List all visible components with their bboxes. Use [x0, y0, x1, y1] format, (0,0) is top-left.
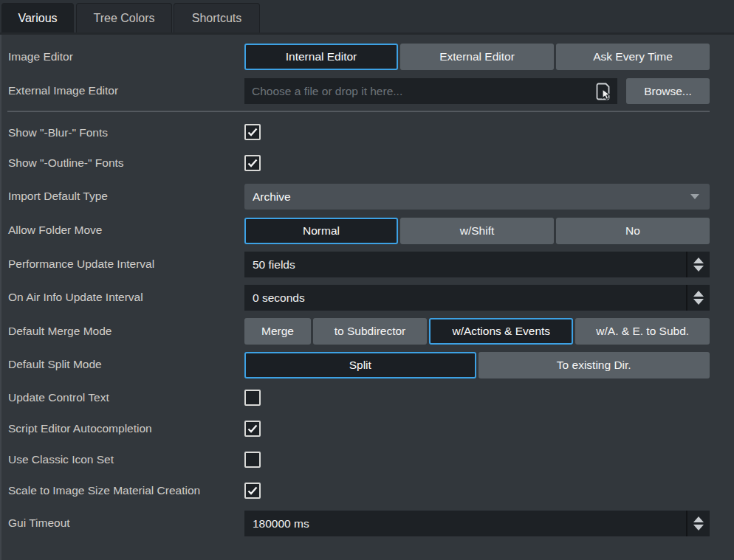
tab-various[interactable]: Various: [1, 3, 74, 32]
tab-tree-colors[interactable]: Tree Colors: [76, 3, 172, 32]
update-control-text-label: Update Control Text: [8, 390, 109, 406]
spin-down-arrow-icon[interactable]: [693, 266, 704, 272]
button-label: Split: [349, 359, 371, 372]
default-merge-mode-segmented: Merge to Subdirector w/Actions & Events …: [244, 318, 710, 345]
split-button[interactable]: Split: [244, 352, 476, 378]
button-label: No: [625, 224, 640, 238]
button-label: To existing Dir.: [557, 359, 631, 372]
spinbox-value: 50 fields: [244, 252, 686, 277]
folder-move-no-button[interactable]: No: [556, 218, 710, 244]
performance-update-interval-label: Performance Update Interval: [8, 256, 154, 272]
import-default-type-dropdown[interactable]: Archive: [244, 184, 710, 210]
tab-label: Tree Colors: [94, 12, 155, 25]
button-label: Ask Every Time: [593, 50, 673, 63]
show-blur-fonts-checkbox[interactable]: [244, 124, 261, 140]
checkmark-icon: [247, 486, 258, 495]
folder-move-shift-button[interactable]: w/Shift: [400, 218, 554, 244]
button-label: to Subdirector: [335, 325, 406, 338]
checkmark-icon: [247, 159, 258, 167]
spinbox-arrows: [686, 252, 710, 277]
ask-every-time-button[interactable]: Ask Every Time: [556, 44, 710, 70]
update-control-text-checkbox[interactable]: [244, 390, 261, 406]
section-separator: [7, 111, 710, 112]
settings-panel: Various Tree Colors Shortcuts Image Edit…: [0, 0, 734, 560]
spin-down-arrow-icon[interactable]: [693, 525, 704, 530]
spinbox-arrows: [686, 285, 710, 311]
spinbox-value: 180000 ms: [244, 511, 686, 536]
external-editor-button[interactable]: External Editor: [400, 44, 554, 70]
panel-left-edge: [0, 35, 1, 560]
merge-button[interactable]: Merge: [244, 318, 311, 345]
scale-to-image-size-label: Scale to Image Size Material Creation: [8, 483, 200, 499]
folder-move-normal-button[interactable]: Normal: [244, 218, 398, 244]
tab-bar: Various Tree Colors Shortcuts: [0, 0, 734, 32]
file-pick-icon: [594, 81, 613, 102]
browse-button[interactable]: Browse...: [626, 78, 710, 104]
split-to-existing-dir-button[interactable]: To existing Dir.: [479, 352, 710, 378]
gui-timeout-spinbox[interactable]: 180000 ms: [244, 511, 710, 536]
button-label: w/A. & E. to Subd.: [596, 325, 689, 338]
image-editor-segmented: Internal Editor External Editor Ask Ever…: [244, 44, 710, 70]
show-outline-fonts-checkbox[interactable]: [244, 155, 261, 171]
default-merge-mode-label: Default Merge Mode: [8, 323, 112, 339]
tab-shortcuts[interactable]: Shortcuts: [174, 3, 260, 32]
show-blur-fonts-label: Show "-Blur-" Fonts: [8, 125, 108, 141]
script-editor-autocompletion-checkbox[interactable]: [244, 421, 261, 437]
merge-with-actions-events-button[interactable]: w/Actions & Events: [429, 318, 573, 345]
spin-up-arrow-icon[interactable]: [693, 516, 704, 522]
button-label: Internal Editor: [286, 50, 357, 63]
scale-to-image-size-checkbox[interactable]: [244, 483, 261, 499]
gui-timeout-label: Gui Timeout: [8, 515, 70, 531]
tab-label: Various: [18, 12, 57, 25]
on-air-info-update-interval-spinbox[interactable]: 0 seconds: [244, 285, 710, 311]
spinbox-arrows: [686, 511, 710, 536]
button-label: Merge: [261, 325, 294, 338]
import-default-type-label: Import Default Type: [8, 188, 108, 204]
default-split-mode-segmented: Split To existing Dir.: [244, 352, 710, 378]
external-image-editor-filefield: [244, 78, 617, 104]
spinbox-value: 0 seconds: [244, 285, 686, 311]
checkmark-icon: [247, 424, 258, 433]
merge-to-subdirector-button[interactable]: to Subdirector: [313, 318, 427, 345]
use-classic-icon-set-label: Use Classic Icon Set: [8, 452, 114, 468]
script-editor-autocompletion-label: Script Editor Autocompletion: [8, 421, 152, 437]
button-label: w/Shift: [460, 224, 495, 238]
checkmark-icon: [247, 128, 258, 136]
merge-ae-to-subd-button[interactable]: w/A. & E. to Subd.: [575, 318, 710, 345]
dropdown-value: Archive: [253, 190, 291, 204]
button-label: w/Actions & Events: [452, 325, 550, 338]
image-editor-label: Image Editor: [8, 49, 73, 65]
on-air-info-update-interval-label: On Air Info Update Interval: [8, 289, 143, 305]
performance-update-interval-spinbox[interactable]: 50 fields: [244, 252, 710, 277]
internal-editor-button[interactable]: Internal Editor: [244, 44, 398, 70]
use-classic-icon-set-checkbox[interactable]: [244, 452, 261, 468]
spin-down-arrow-icon[interactable]: [693, 299, 704, 305]
allow-folder-move-segmented: Normal w/Shift No: [244, 218, 710, 244]
tab-label: Shortcuts: [192, 12, 242, 25]
spin-up-arrow-icon[interactable]: [693, 291, 704, 297]
external-image-editor-label: External Image Editor: [8, 83, 118, 99]
button-label: Browse...: [644, 85, 692, 98]
show-outline-fonts-label: Show "-Outline-" Fonts: [8, 155, 124, 171]
button-label: External Editor: [439, 50, 515, 63]
spin-up-arrow-icon[interactable]: [693, 257, 704, 263]
file-path-input[interactable]: [244, 78, 594, 104]
chevron-down-icon: [690, 194, 699, 199]
button-label: Normal: [303, 224, 340, 238]
tab-bar-divider: [0, 32, 734, 35]
default-split-mode-label: Default Split Mode: [8, 356, 102, 373]
allow-folder-move-label: Allow Folder Move: [8, 222, 103, 238]
